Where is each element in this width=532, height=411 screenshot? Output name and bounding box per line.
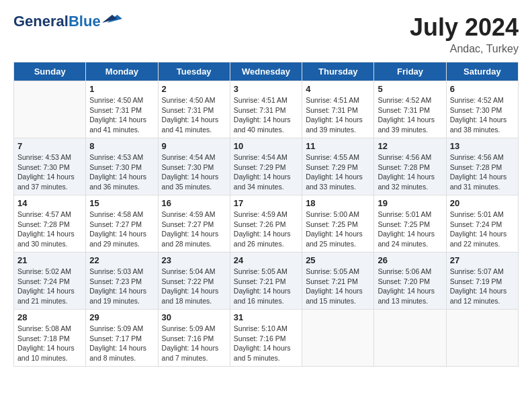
day-info: Sunrise: 5:05 AMSunset: 7:21 PMDaylight:… — [306, 267, 370, 306]
day-info: Sunrise: 5:09 AMSunset: 7:17 PMDaylight:… — [89, 324, 154, 363]
day-info: Sunrise: 4:52 AMSunset: 7:30 PMDaylight:… — [450, 95, 515, 135]
day-info: Sunrise: 4:51 AMSunset: 7:31 PMDaylight:… — [234, 95, 298, 135]
page-container: GeneralBlue July 2024 Andac, Turkey Sund… — [13, 13, 519, 367]
calendar-cell: 4Sunrise: 4:51 AMSunset: 7:31 PMDaylight… — [302, 81, 374, 138]
day-header-thursday: Thursday — [302, 62, 374, 81]
calendar-table: SundayMondayTuesdayWednesdayThursdayFrid… — [13, 62, 519, 367]
calendar-cell: 17Sunrise: 4:59 AMSunset: 7:26 PMDayligh… — [230, 195, 302, 253]
calendar-cell — [374, 310, 446, 367]
day-info: Sunrise: 5:01 AMSunset: 7:25 PMDaylight:… — [378, 210, 442, 249]
calendar-cell: 15Sunrise: 4:58 AMSunset: 7:27 PMDayligh… — [86, 195, 158, 253]
day-info: Sunrise: 4:55 AMSunset: 7:29 PMDaylight:… — [306, 152, 370, 192]
day-info: Sunrise: 5:02 AMSunset: 7:24 PMDaylight:… — [17, 267, 82, 306]
day-number: 23 — [162, 255, 226, 265]
day-number: 19 — [378, 198, 442, 208]
week-row-1: 1Sunrise: 4:50 AMSunset: 7:31 PMDaylight… — [14, 81, 519, 138]
calendar-cell: 8Sunrise: 4:53 AMSunset: 7:30 PMDaylight… — [86, 138, 158, 195]
month-year: July 2024 — [410, 13, 519, 42]
day-header-wednesday: Wednesday — [230, 62, 302, 81]
day-header-sunday: Sunday — [14, 62, 86, 81]
calendar-cell: 20Sunrise: 5:01 AMSunset: 7:24 PMDayligh… — [446, 195, 518, 253]
calendar-cell: 12Sunrise: 4:56 AMSunset: 7:28 PMDayligh… — [374, 138, 446, 195]
calendar-cell: 5Sunrise: 4:52 AMSunset: 7:31 PMDaylight… — [374, 81, 446, 138]
week-row-3: 14Sunrise: 4:57 AMSunset: 7:28 PMDayligh… — [14, 195, 519, 253]
day-header-friday: Friday — [374, 62, 446, 81]
logo-icon — [102, 13, 122, 25]
day-info: Sunrise: 4:52 AMSunset: 7:31 PMDaylight:… — [378, 95, 442, 135]
day-info: Sunrise: 5:03 AMSunset: 7:23 PMDaylight:… — [89, 267, 154, 306]
day-info: Sunrise: 4:59 AMSunset: 7:26 PMDaylight:… — [234, 210, 298, 249]
day-info: Sunrise: 4:59 AMSunset: 7:27 PMDaylight:… — [162, 210, 226, 249]
day-number: 5 — [378, 84, 442, 94]
header-row: SundayMondayTuesdayWednesdayThursdayFrid… — [14, 62, 519, 81]
day-number: 21 — [17, 255, 82, 265]
calendar-cell: 9Sunrise: 4:54 AMSunset: 7:30 PMDaylight… — [158, 138, 230, 195]
day-number: 9 — [162, 141, 226, 151]
day-number: 10 — [234, 141, 298, 151]
day-number: 27 — [450, 255, 515, 265]
calendar-cell: 26Sunrise: 5:06 AMSunset: 7:20 PMDayligh… — [374, 253, 446, 310]
day-number: 4 — [306, 84, 370, 94]
calendar-cell: 16Sunrise: 4:59 AMSunset: 7:27 PMDayligh… — [158, 195, 230, 253]
calendar-cell: 10Sunrise: 4:54 AMSunset: 7:29 PMDayligh… — [230, 138, 302, 195]
day-number: 15 — [89, 198, 154, 208]
calendar-cell: 30Sunrise: 5:09 AMSunset: 7:16 PMDayligh… — [158, 310, 230, 367]
day-number: 11 — [306, 141, 370, 151]
day-info: Sunrise: 5:06 AMSunset: 7:20 PMDaylight:… — [378, 267, 442, 306]
week-row-4: 21Sunrise: 5:02 AMSunset: 7:24 PMDayligh… — [14, 253, 519, 310]
day-info: Sunrise: 4:51 AMSunset: 7:31 PMDaylight:… — [306, 95, 370, 135]
day-number: 18 — [306, 198, 370, 208]
calendar-cell: 23Sunrise: 5:04 AMSunset: 7:22 PMDayligh… — [158, 253, 230, 310]
calendar-cell: 27Sunrise: 5:07 AMSunset: 7:19 PMDayligh… — [446, 253, 518, 310]
day-info: Sunrise: 4:56 AMSunset: 7:28 PMDaylight:… — [378, 152, 442, 192]
week-row-2: 7Sunrise: 4:53 AMSunset: 7:30 PMDaylight… — [14, 138, 519, 195]
day-info: Sunrise: 5:05 AMSunset: 7:21 PMDaylight:… — [234, 267, 298, 306]
day-header-saturday: Saturday — [446, 62, 518, 81]
calendar-cell: 31Sunrise: 5:10 AMSunset: 7:16 PMDayligh… — [230, 310, 302, 367]
day-number: 3 — [234, 84, 298, 94]
calendar-cell: 7Sunrise: 4:53 AMSunset: 7:30 PMDaylight… — [14, 138, 86, 195]
calendar-cell: 11Sunrise: 4:55 AMSunset: 7:29 PMDayligh… — [302, 138, 374, 195]
calendar-cell: 29Sunrise: 5:09 AMSunset: 7:17 PMDayligh… — [86, 310, 158, 367]
day-number: 1 — [89, 84, 154, 94]
calendar-cell: 19Sunrise: 5:01 AMSunset: 7:25 PMDayligh… — [374, 195, 446, 253]
day-info: Sunrise: 4:53 AMSunset: 7:30 PMDaylight:… — [89, 152, 154, 192]
title-section: July 2024 Andac, Turkey — [410, 13, 519, 55]
calendar-cell: 1Sunrise: 4:50 AMSunset: 7:31 PMDaylight… — [86, 81, 158, 138]
calendar-cell: 21Sunrise: 5:02 AMSunset: 7:24 PMDayligh… — [14, 253, 86, 310]
calendar-cell: 28Sunrise: 5:08 AMSunset: 7:18 PMDayligh… — [14, 310, 86, 367]
header: GeneralBlue July 2024 Andac, Turkey — [13, 13, 519, 55]
day-number: 6 — [450, 84, 515, 94]
calendar-cell: 13Sunrise: 4:56 AMSunset: 7:28 PMDayligh… — [446, 138, 518, 195]
calendar-cell — [446, 310, 518, 367]
day-number: 12 — [378, 141, 442, 151]
week-row-5: 28Sunrise: 5:08 AMSunset: 7:18 PMDayligh… — [14, 310, 519, 367]
day-info: Sunrise: 4:57 AMSunset: 7:28 PMDaylight:… — [17, 210, 82, 249]
logo-text: GeneralBlue — [13, 13, 101, 30]
calendar-cell: 25Sunrise: 5:05 AMSunset: 7:21 PMDayligh… — [302, 253, 374, 310]
day-info: Sunrise: 5:01 AMSunset: 7:24 PMDaylight:… — [450, 210, 515, 249]
calendar-cell: 14Sunrise: 4:57 AMSunset: 7:28 PMDayligh… — [14, 195, 86, 253]
day-number: 24 — [234, 255, 298, 265]
day-number: 7 — [17, 141, 82, 151]
day-number: 8 — [89, 141, 154, 151]
day-number: 29 — [89, 312, 154, 322]
day-header-tuesday: Tuesday — [158, 62, 230, 81]
calendar-cell: 18Sunrise: 5:00 AMSunset: 7:25 PMDayligh… — [302, 195, 374, 253]
logo: GeneralBlue — [13, 13, 122, 30]
day-info: Sunrise: 4:53 AMSunset: 7:30 PMDaylight:… — [17, 152, 82, 192]
day-number: 31 — [234, 312, 298, 322]
day-info: Sunrise: 5:08 AMSunset: 7:18 PMDaylight:… — [17, 324, 82, 363]
day-number: 25 — [306, 255, 370, 265]
day-header-monday: Monday — [86, 62, 158, 81]
day-number: 26 — [378, 255, 442, 265]
calendar-cell: 22Sunrise: 5:03 AMSunset: 7:23 PMDayligh… — [86, 253, 158, 310]
day-number: 17 — [234, 198, 298, 208]
day-number: 2 — [162, 84, 226, 94]
day-info: Sunrise: 5:07 AMSunset: 7:19 PMDaylight:… — [450, 267, 515, 306]
day-number: 14 — [17, 198, 82, 208]
day-number: 28 — [17, 312, 82, 322]
day-info: Sunrise: 4:54 AMSunset: 7:30 PMDaylight:… — [162, 152, 226, 192]
day-number: 30 — [162, 312, 226, 322]
day-info: Sunrise: 5:00 AMSunset: 7:25 PMDaylight:… — [306, 210, 370, 249]
